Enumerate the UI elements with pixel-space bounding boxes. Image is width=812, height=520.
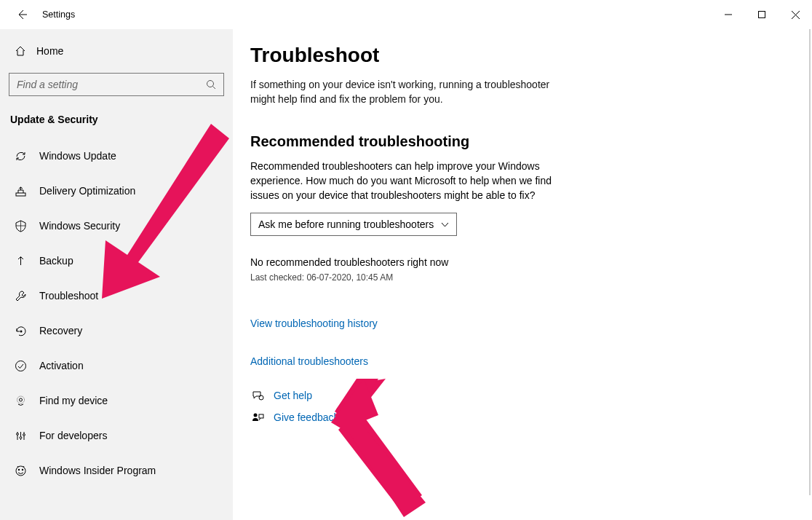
section-description: Recommended troubleshooters can help imp… [250,159,563,203]
window-controls [712,0,812,29]
sidebar-item-label: Windows Insider Program [39,465,156,476]
svg-point-12 [21,468,23,470]
get-help-link[interactable]: Get help [274,390,312,401]
sidebar-item-label: Activation [39,360,84,371]
close-icon [792,11,800,19]
sync-icon [13,150,28,162]
give-feedback-row[interactable]: Give feedback [250,406,812,428]
last-checked-text: Last checked: 06-07-2020, 10:45 AM [250,272,812,283]
sidebar-item-label: Windows Security [39,220,120,232]
sidebar-item-find-my-device[interactable]: Find my device [0,383,233,418]
titlebar: Settings [0,0,812,29]
sidebar-item-label: Troubleshoot [39,290,98,302]
sidebar-item-backup[interactable]: Backup [0,243,233,278]
wrench-icon [13,290,28,302]
svg-point-8 [20,436,22,438]
sidebar-item-label: Recovery [39,325,82,336]
developer-icon [13,430,28,442]
sidebar-item-label: Windows Update [39,150,116,162]
feedback-icon [250,411,265,424]
page-title: Troubleshoot [250,44,812,67]
home-icon [13,45,28,57]
svg-point-11 [17,468,19,470]
close-button[interactable] [779,0,812,29]
svg-point-7 [16,433,18,435]
sidebar-item-label: Delivery Optimization [39,185,135,197]
chevron-down-icon [441,221,449,229]
svg-point-5 [19,398,22,401]
sidebar-item-delivery-optimization[interactable]: Delivery Optimization [0,173,233,208]
svg-point-3 [20,330,22,332]
recovery-icon [13,325,28,337]
sidebar-item-windows-update[interactable]: Windows Update [0,138,233,173]
svg-point-4 [15,361,25,371]
home-label: Home [36,45,63,57]
minimize-icon [725,11,732,18]
sidebar-item-label: Find my device [39,395,108,406]
history-link[interactable]: View troubleshooting history [250,318,812,329]
sidebar-item-troubleshoot[interactable]: Troubleshoot [0,278,233,313]
search-box[interactable] [9,73,224,96]
scrollbar[interactable] [809,29,811,495]
sidebar-item-windows-security[interactable]: Windows Security [0,208,233,243]
category-header: Update & Security [0,108,233,138]
backup-icon [13,255,28,267]
svg-rect-15 [259,414,263,418]
svg-point-10 [16,466,25,476]
intro-text: If something on your device isn't workin… [250,77,563,107]
sidebar-item-label: Backup [39,255,73,267]
maximize-button[interactable] [745,0,779,29]
give-feedback-link[interactable]: Give feedback [274,411,339,423]
location-icon [13,395,28,407]
sidebar-item-windows-insider[interactable]: Windows Insider Program [0,453,233,488]
search-icon [206,79,216,90]
svg-rect-0 [759,12,765,18]
additional-troubleshooters-link[interactable]: Additional troubleshooters [250,355,812,367]
no-recommended-text: No recommended troubleshooters right now [250,256,812,268]
troubleshooter-dropdown[interactable]: Ask me before running troubleshooters [250,213,457,236]
search-input[interactable] [17,79,186,90]
svg-rect-2 [16,193,25,196]
svg-point-1 [207,81,214,87]
sidebar-item-activation[interactable]: Activation [0,348,233,383]
sidebar: Home Update & Security Windows Update De… [0,29,233,520]
home-nav[interactable]: Home [0,36,233,66]
main-panel: Troubleshoot If something on your device… [233,29,812,520]
check-circle-icon [13,360,28,372]
back-button[interactable] [13,6,31,23]
section-title: Recommended troubleshooting [250,133,812,150]
window-title: Settings [42,9,75,20]
minimize-button[interactable] [712,0,745,29]
shield-icon [13,220,28,232]
delivery-icon [13,185,28,197]
svg-point-14 [253,413,257,417]
arrow-left-icon [16,9,28,20]
sidebar-item-for-developers[interactable]: For developers [0,418,233,453]
get-help-row[interactable]: Get help [250,385,812,406]
sidebar-item-recovery[interactable]: Recovery [0,313,233,348]
insider-icon [13,465,28,477]
chat-icon [250,390,265,402]
svg-point-6 [17,396,24,403]
svg-point-9 [23,433,25,436]
sidebar-item-label: For developers [39,430,107,441]
maximize-icon [758,11,765,18]
svg-point-13 [259,395,263,400]
dropdown-value: Ask me before running troubleshooters [258,218,434,230]
